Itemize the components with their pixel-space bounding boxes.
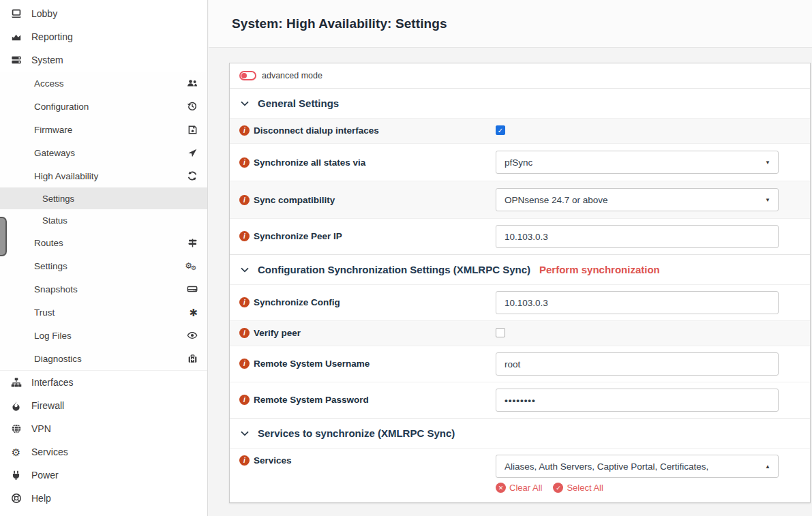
sidebar-item-access[interactable]: Access: [0, 72, 207, 95]
field-label: Remote System Username: [254, 359, 370, 369]
remote-username-input[interactable]: [496, 352, 779, 376]
sidebar-item-power[interactable]: Power: [0, 464, 207, 487]
sidebar-item-label: Firewall: [31, 400, 64, 411]
sidebar-item-label: Reporting: [31, 31, 73, 42]
fire-icon: [10, 401, 22, 411]
info-icon[interactable]: i: [239, 359, 250, 369]
section-title: Configuration Synchronization Settings (…: [258, 264, 530, 275]
info-icon[interactable]: i: [239, 455, 250, 466]
sidebar-item-firewall[interactable]: Firewall: [0, 394, 207, 417]
sidebar-item-ha-status[interactable]: Status: [0, 209, 207, 231]
info-icon[interactable]: i: [239, 297, 250, 307]
services-multiselect[interactable]: Aliases, Auth Servers, Captive Portal, C…: [496, 455, 779, 478]
sidebar-item-label: Status: [42, 215, 67, 226]
sidebar-item-log-files[interactable]: Log Files: [0, 324, 207, 347]
sidebar-item-label: Access: [34, 78, 64, 89]
life-ring-icon: [10, 493, 22, 504]
lobby-icon: [10, 8, 22, 19]
sidebar-item-trust[interactable]: Trust ✱: [0, 301, 207, 324]
select-all-button[interactable]: ✓ Select All: [553, 483, 603, 493]
sidebar-item-label: Firmware: [34, 125, 72, 135]
field-remote-password: i Remote System Password: [230, 382, 810, 418]
sidebar-item-snapshots[interactable]: Snapshots: [0, 277, 207, 301]
medkit-icon: [187, 354, 198, 364]
section-services-sync[interactable]: Services to synchronize (XMLRPC Sync): [230, 418, 810, 448]
sidebar-item-high-availability[interactable]: High Availability: [0, 164, 207, 187]
field-label: Sync compatibility: [254, 195, 335, 206]
field-sync-compatibility: i Sync compatibility OPNsense 24.7 or ab…: [230, 181, 810, 218]
info-icon[interactable]: i: [239, 395, 250, 405]
info-icon[interactable]: i: [239, 328, 250, 338]
field-label: Remote System Password: [254, 395, 369, 406]
sidebar-item-label: Routes: [34, 238, 63, 248]
section-general-settings[interactable]: General Settings: [230, 88, 810, 118]
caret-down-icon: ▼: [765, 197, 770, 203]
settings-panel: advanced mode General Settings i Disconn…: [229, 63, 811, 503]
section-title: General Settings: [258, 97, 339, 109]
sidebar-item-label: Power: [31, 470, 59, 481]
title-bar: System: High Availability: Settings: [209, 0, 812, 48]
sidebar-item-settings[interactable]: Settings ⚙⚙: [0, 254, 207, 277]
page-title: System: High Availability: Settings: [232, 16, 447, 31]
sidebar-item-routes[interactable]: Routes: [0, 231, 207, 254]
sync-states-select[interactable]: pfSync ▼: [496, 151, 779, 174]
drawer-handle[interactable]: [0, 217, 7, 256]
sidebar-item-reporting[interactable]: Reporting: [0, 25, 207, 48]
sidebar-item-lobby[interactable]: Lobby: [0, 2, 207, 25]
sidebar-item-label: Help: [31, 493, 51, 504]
info-icon[interactable]: i: [239, 157, 250, 168]
verify-peer-checkbox[interactable]: [496, 328, 505, 337]
remote-password-input[interactable]: [496, 389, 779, 412]
info-icon[interactable]: i: [239, 231, 250, 241]
sidebar-item-help[interactable]: Help: [0, 487, 207, 510]
chevron-down-icon: [241, 267, 249, 273]
sidebar-item-label: Lobby: [31, 8, 57, 19]
sync-compatibility-select[interactable]: OPNsense 24.7 or above ▼: [496, 188, 779, 211]
field-disconnect-dialup: i Disconnect dialup interfaces ✓: [230, 118, 810, 143]
circle-check-icon: ✓: [553, 483, 563, 493]
clear-all-button[interactable]: ✕ Clear All: [496, 483, 542, 493]
system-submenu: Access Configuration Firmware Gateways H: [0, 72, 207, 371]
eye-icon: [187, 330, 198, 341]
caret-down-icon: ▼: [765, 160, 770, 166]
caret-up-icon: ▲: [765, 464, 770, 470]
server-icon: [10, 55, 22, 65]
sync-peer-ip-input[interactable]: [496, 225, 779, 248]
field-label: Disconnect dialup interfaces: [254, 125, 379, 136]
sidebar-item-configuration[interactable]: Configuration: [0, 95, 207, 118]
advanced-mode-toggle-icon[interactable]: [239, 71, 256, 80]
sync-icon: [187, 170, 198, 181]
sidebar-item-gateways[interactable]: Gateways: [0, 141, 207, 164]
info-icon[interactable]: i: [239, 125, 250, 136]
firmware-icon: [187, 125, 198, 135]
sidebar-item-system[interactable]: System: [0, 48, 207, 72]
sidebar-item-label: Interfaces: [31, 377, 73, 388]
gear-icon: ⚙: [10, 447, 22, 457]
disconnect-dialup-checkbox[interactable]: ✓: [496, 125, 505, 135]
history-icon: [187, 101, 198, 112]
certificate-icon: ✱: [189, 307, 198, 318]
map-signs-icon: [187, 238, 198, 248]
sidebar-item-label: Settings: [34, 261, 67, 271]
chart-area-icon: [10, 31, 22, 42]
perform-synchronization-link[interactable]: Perform synchronization: [539, 264, 660, 275]
sidebar-item-diagnostics[interactable]: Diagnostics: [0, 347, 207, 370]
sidebar-item-firmware[interactable]: Firmware: [0, 118, 207, 141]
field-label: Synchronize Config: [254, 297, 340, 308]
sidebar-item-services[interactable]: ⚙ Services: [0, 440, 207, 464]
sidebar-item-interfaces[interactable]: Interfaces: [0, 371, 207, 394]
field-services: i Services Aliases, Auth Servers, Captiv…: [230, 448, 810, 502]
field-label: Synchronize Peer IP: [254, 231, 342, 242]
advanced-mode-label: advanced mode: [262, 71, 322, 80]
section-config-sync[interactable]: Configuration Synchronization Settings (…: [230, 254, 810, 284]
sidebar-item-label: VPN: [31, 423, 51, 434]
gears-icon: ⚙⚙: [185, 262, 198, 270]
sidebar-item-ha-settings[interactable]: Settings: [0, 187, 207, 209]
sidebar-item-label: Gateways: [34, 148, 75, 158]
info-icon[interactable]: i: [239, 195, 250, 205]
sidebar-item-vpn[interactable]: VPN: [0, 417, 207, 440]
sync-config-input[interactable]: [496, 291, 779, 314]
sidebar-item-label: Services: [31, 446, 68, 457]
field-label: Services: [254, 455, 292, 466]
sidebar-item-label: Log Files: [34, 331, 72, 341]
